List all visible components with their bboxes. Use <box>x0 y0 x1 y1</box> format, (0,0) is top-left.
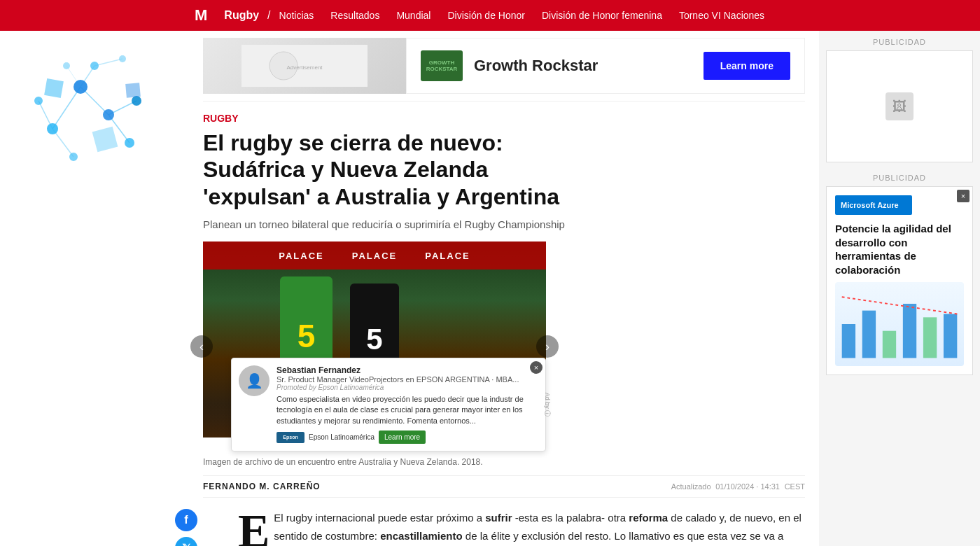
svg-point-17 <box>34 97 43 105</box>
svg-text:Advertisement: Advertisement <box>286 64 323 71</box>
article-image-wrapper: PALACE PALACE PALACE 5 5 ‹ › 👤 Seb <box>203 241 546 451</box>
body-text-encastillamiento: encastillamiento <box>380 530 463 542</box>
article-author: FERNANDO M. CARREÑO <box>203 482 321 491</box>
card-close-button[interactable]: × <box>530 361 542 374</box>
article-date: Actualizado 01/10/2024 · 14:31 CEST <box>671 482 805 491</box>
ad-growth-rockstar-logo: GROWTH ROCKSTAR <box>421 50 463 81</box>
svg-point-15 <box>69 153 78 161</box>
svg-rect-19 <box>92 127 118 153</box>
image-arrow-right[interactable]: › <box>536 335 559 358</box>
right-sidebar: PUBLICIDAD 🖼 PUBLICIDAD × Microsoft Azur… <box>819 31 980 546</box>
body-text-reforma: reforma <box>629 512 668 524</box>
body-text-2: -esta es la palabra- otra <box>512 512 629 524</box>
azure-chart <box>835 282 964 366</box>
image-caption: Imagen de archivo de un encuentro entre … <box>203 457 805 467</box>
top-navigation: M Rugby / Noticias Resultados Mundial Di… <box>0 0 980 31</box>
ad-learn-more-button[interactable]: Learn more <box>704 52 790 80</box>
card-person-name: Sebastian Fernandez <box>276 365 538 375</box>
card-person-title: Sr. Product Manager VideoProjectors en E… <box>276 375 538 384</box>
embedded-ad-card: 👤 Sebastian Fernandez Sr. Product Manage… <box>231 358 546 451</box>
nav-item-mundial[interactable]: Mundial <box>388 10 439 21</box>
svg-point-14 <box>125 138 134 148</box>
azure-body-text: Potencie la agilidad del desarrollo con … <box>835 222 964 276</box>
svg-point-12 <box>90 62 99 70</box>
svg-rect-27 <box>883 331 896 358</box>
nav-item-division-honor-femenina[interactable]: División de Honor femenina <box>533 10 671 21</box>
svg-rect-30 <box>944 314 957 358</box>
site-logo[interactable]: M <box>189 6 213 24</box>
right-ad-box-1: 🖼 <box>826 50 973 162</box>
article-body: E El rugby internacional puede estar pró… <box>238 509 805 546</box>
svg-point-16 <box>119 55 126 62</box>
article-title: El rugby se cierra de nuevo: Sudáfrica y… <box>203 130 595 210</box>
nav-item-noticias[interactable]: Noticias <box>271 10 323 21</box>
article-body-wrapper: f 𝕏 ✆ ✉ E El rugby internacional puede e… <box>203 509 805 546</box>
main-content: Advertisement GROWTH ROCKSTAR Growth Roc… <box>189 31 819 546</box>
nav-item-division-honor[interactable]: División de Honor <box>439 10 533 21</box>
ad-title: Growth Rockstar <box>474 57 704 75</box>
svg-line-31 <box>842 297 958 314</box>
ad-side-label: Ad by ⓘ <box>542 393 552 417</box>
svg-rect-28 <box>903 304 916 358</box>
publicidad-label-2: PUBLICIDAD <box>826 174 973 182</box>
card-promoted-by: Promoted by Epson Latinoamérica <box>276 384 538 391</box>
article-subtitle: Planean un torneo bilateral que reducirí… <box>203 218 805 230</box>
facebook-share-button[interactable]: f <box>175 509 197 531</box>
right-ad-azure: × Microsoft Azure Potencie la agilidad d… <box>826 186 973 375</box>
svg-rect-21 <box>125 83 141 98</box>
svg-point-10 <box>47 123 58 134</box>
image-arrow-left[interactable]: ‹ <box>190 335 213 358</box>
social-icons: f 𝕏 ✆ ✉ <box>175 509 197 546</box>
nav-section-rugby[interactable]: Rugby <box>216 9 267 22</box>
body-text-1: El rugby internacional puede estar próxi… <box>274 512 485 524</box>
ad-banner-content: GROWTH ROCKSTAR Growth Rockstar Learn mo… <box>406 38 805 94</box>
nav-item-torneo-vi-naciones[interactable]: Torneo VI Naciones <box>671 10 773 21</box>
card-brand-row: Epson Epson Latinoamérica Learn more <box>276 430 538 444</box>
body-text-sufrir: sufrir <box>485 512 512 524</box>
svg-rect-20 <box>44 78 64 98</box>
svg-point-11 <box>103 109 114 120</box>
card-brand-logo: Epson <box>276 432 304 443</box>
publicidad-label-1: PUBLICIDAD <box>826 38 973 46</box>
azure-header: Microsoft Azure <box>835 195 964 215</box>
ad-placeholder-icon: 🖼 <box>886 92 913 120</box>
azure-logo: Microsoft Azure <box>835 195 912 215</box>
top-ad-banner: Advertisement GROWTH ROCKSTAR Growth Roc… <box>203 31 805 102</box>
article: Rugby El rugby se cierra de nuevo: Sudáf… <box>203 113 805 546</box>
card-avatar: 👤 <box>239 365 270 396</box>
card-description: Como especialista en video proyección le… <box>276 394 538 426</box>
svg-point-9 <box>74 80 88 94</box>
article-meta: FERNANDO M. CARREÑO Actualizado 01/10/20… <box>203 475 805 498</box>
svg-rect-29 <box>923 317 937 358</box>
article-category: Rugby <box>203 113 805 124</box>
azure-ad-close-button[interactable]: × <box>957 190 969 202</box>
ad-image-placeholder: Advertisement <box>203 38 406 94</box>
svg-point-18 <box>63 62 70 69</box>
nav-item-resultados[interactable]: Resultados <box>322 10 388 21</box>
drop-cap: E <box>238 509 274 546</box>
svg-rect-26 <box>862 311 876 358</box>
svg-line-6 <box>94 59 122 66</box>
image-overlay: PALACE PALACE PALACE <box>203 241 546 270</box>
svg-point-13 <box>132 96 141 106</box>
twitter-share-button[interactable]: 𝕏 <box>175 537 197 546</box>
card-brand-name: Epson Latinoamérica <box>309 433 374 441</box>
card-learn-more-button[interactable]: Learn more <box>379 430 426 444</box>
svg-rect-25 <box>842 324 855 358</box>
left-sidebar: e gratis › <box>0 31 189 546</box>
main-layout: e gratis › Advertisement GROWTH ROCKSTAR <box>0 31 980 546</box>
card-content: Sebastian Fernandez Sr. Product Manager … <box>276 365 538 444</box>
network-graphic <box>24 45 164 185</box>
updated-label: Actualizado <box>671 482 711 491</box>
